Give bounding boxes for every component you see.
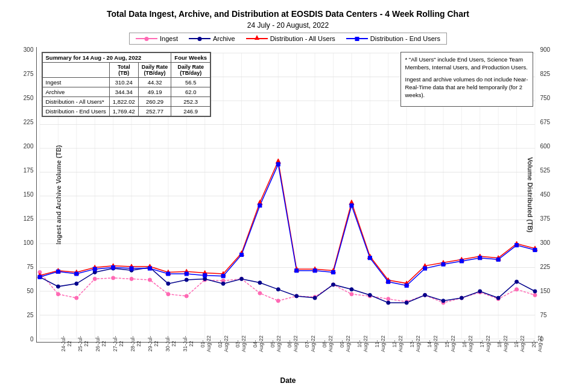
svg-rect-140: [313, 269, 317, 273]
svg-point-83: [294, 294, 298, 298]
svg-rect-152: [533, 248, 537, 252]
summary-row-value: 56.5: [171, 78, 210, 87]
y-tick-right: 450: [540, 192, 551, 198]
svg-point-82: [276, 288, 280, 291]
summary-row-value: 260.29: [138, 97, 171, 107]
svg-rect-143: [368, 256, 372, 260]
svg-point-54: [276, 299, 280, 303]
svg-point-76: [166, 282, 169, 285]
svg-rect-134: [203, 274, 206, 277]
y-tick-left: 25: [27, 312, 33, 318]
summary-row-value: 310.24: [109, 78, 138, 87]
y-tick-left: 0: [30, 337, 34, 343]
legend-item: Ingest: [136, 35, 178, 42]
notes-box: * "All Users" include End Users, Science…: [400, 52, 533, 106]
svg-rect-138: [276, 162, 280, 166]
plot-area: Summary for 14 Aug - 20 Aug, 2022Four We…: [36, 47, 538, 343]
svg-rect-151: [514, 244, 518, 247]
svg-point-44: [93, 277, 97, 281]
svg-rect-145: [405, 284, 408, 288]
svg-rect-139: [294, 269, 298, 273]
svg-point-53: [258, 291, 261, 295]
svg-point-87: [368, 293, 372, 297]
chart-subtitle: 24 July - 20 August, 2022: [5, 21, 572, 30]
svg-point-47: [148, 278, 151, 282]
notes-text: Ingest and archive volumes do not includ…: [405, 75, 528, 100]
y-tick-right: 750: [540, 95, 551, 101]
summary-row-label: Distribution - End Users: [42, 107, 109, 116]
legend-label: Distribution - End Users: [370, 35, 440, 42]
y-tick-left: 175: [24, 168, 34, 174]
svg-rect-149: [478, 256, 481, 260]
legend-label: Ingest: [160, 35, 178, 42]
svg-point-43: [74, 296, 78, 300]
svg-point-71: [74, 282, 78, 285]
svg-rect-144: [386, 280, 390, 283]
y-tick-right: 225: [540, 264, 551, 270]
svg-point-68: [533, 293, 537, 297]
y-axis-left: 3002752502252001751501251007550250: [18, 47, 36, 343]
svg-rect-132: [166, 272, 169, 276]
svg-point-79: [221, 282, 225, 285]
y-tick-right: 300: [540, 240, 551, 246]
svg-point-94: [496, 296, 500, 300]
svg-point-58: [349, 292, 353, 296]
summary-row-value: 49.19: [138, 87, 171, 97]
svg-point-86: [349, 288, 353, 291]
chart-title: Total Data Ingest, Archive, and Distribu…: [5, 5, 572, 21]
y-tick-left: 125: [24, 216, 34, 222]
y-tick-left: 275: [24, 71, 34, 77]
svg-rect-141: [331, 270, 335, 274]
svg-point-81: [258, 281, 261, 285]
legend-item: Distribution - End Users: [346, 35, 440, 42]
y-tick-left: 50: [27, 288, 33, 294]
legend-item: Distribution - All Users: [246, 35, 335, 42]
svg-rect-136: [239, 253, 243, 257]
svg-point-95: [514, 280, 518, 283]
notes-text: * "All Users" include End Users, Science…: [405, 55, 528, 72]
svg-point-96: [533, 289, 537, 293]
y-tick-right: 150: [540, 288, 551, 294]
chart-legend: IngestArchiveDistribution - All UsersDis…: [129, 33, 447, 45]
svg-point-49: [185, 294, 188, 298]
y-tick-right: 900: [540, 47, 551, 53]
summary-row-value: 246.9: [171, 107, 210, 116]
summary-row-label: Distribution - All Users*: [42, 97, 109, 107]
svg-rect-130: [130, 267, 133, 270]
legend-label: Distribution - All Users: [270, 35, 335, 42]
svg-point-60: [386, 297, 390, 301]
svg-point-78: [203, 277, 206, 281]
svg-point-92: [460, 296, 463, 300]
svg-point-77: [185, 278, 188, 282]
summary-row-label: Archive: [42, 87, 109, 97]
svg-point-42: [56, 292, 60, 296]
svg-rect-126: [56, 270, 60, 273]
summary-row-value: 252.3: [171, 97, 210, 107]
y-tick-right: 525: [540, 168, 551, 174]
svg-rect-146: [423, 267, 426, 270]
y-tick-left: 250: [24, 95, 34, 101]
svg-rect-128: [93, 267, 97, 271]
svg-point-93: [478, 289, 481, 293]
summary-row-label: Ingest: [42, 78, 109, 87]
legend-item: Archive: [189, 35, 235, 42]
summary-box: Summary for 14 Aug - 20 Aug, 2022Four We…: [42, 52, 212, 117]
y-tick-left: 100: [24, 240, 34, 246]
y-tick-right: 375: [540, 216, 551, 222]
svg-point-84: [313, 296, 317, 300]
svg-rect-142: [349, 204, 353, 207]
y-tick-left: 75: [27, 264, 33, 270]
svg-rect-148: [460, 259, 463, 263]
svg-rect-125: [38, 275, 42, 279]
y-tick-left: 150: [24, 192, 34, 198]
y-tick-right: 675: [540, 119, 551, 125]
chart-container: Total Data Ingest, Archive, and Distribu…: [5, 5, 572, 388]
svg-point-88: [386, 301, 390, 305]
y-tick-right: 825: [540, 71, 551, 77]
svg-point-85: [331, 283, 335, 286]
svg-point-91: [441, 299, 445, 303]
svg-point-90: [423, 293, 426, 297]
svg-rect-133: [185, 272, 188, 276]
legend-label: Archive: [213, 35, 235, 42]
summary-row-value: 62.0: [171, 87, 210, 97]
